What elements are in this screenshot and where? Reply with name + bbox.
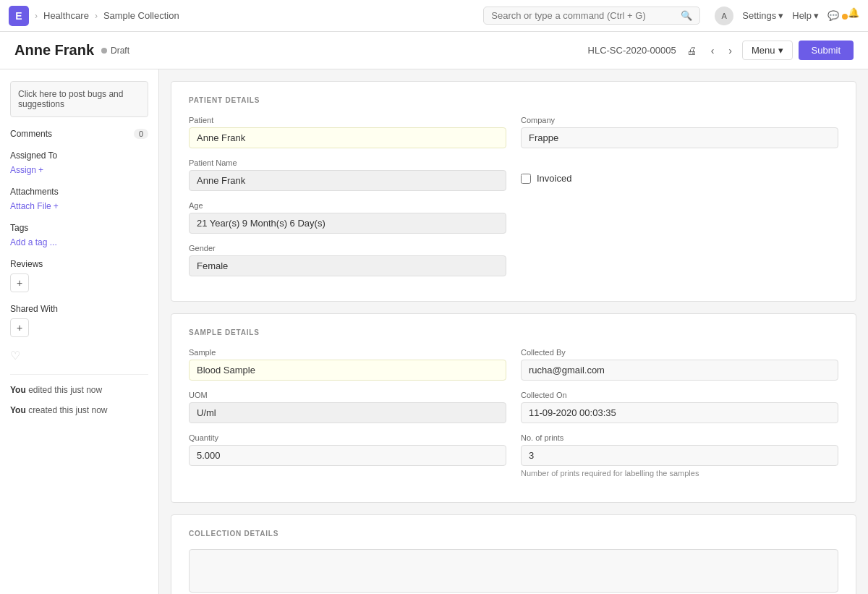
- patient-company-row: Patient Company: [189, 116, 838, 148]
- next-button[interactable]: ›: [724, 42, 736, 59]
- age-spacer: [521, 201, 838, 234]
- search-icon: 🔍: [681, 10, 692, 21]
- status-badge: Draft: [101, 46, 129, 56]
- collected-on-input[interactable]: [521, 402, 838, 423]
- heart-icon[interactable]: ♡: [10, 349, 148, 362]
- notification-dot: [842, 14, 848, 20]
- no-of-prints-input[interactable]: [521, 445, 838, 466]
- sample-collected-row: Sample Collected By: [189, 348, 838, 381]
- attach-file-button[interactable]: Attach File +: [10, 201, 148, 211]
- attachments-section: Attachments Attach File +: [10, 187, 148, 211]
- company-input[interactable]: [521, 127, 838, 148]
- doc-id: HLC-SC-2020-00005: [588, 45, 676, 56]
- app-icon: E: [9, 6, 29, 26]
- nav-actions: A Settings ▾ Help ▾ 💬 🔔: [715, 7, 859, 25]
- assign-button[interactable]: Assign +: [10, 165, 148, 175]
- breadcrumb-sample-collection[interactable]: Sample Collection: [103, 10, 179, 21]
- patient-name-input: [189, 170, 506, 191]
- tags-section: Tags Add a tag ...: [10, 223, 148, 247]
- collected-by-group: Collected By: [521, 348, 838, 381]
- no-of-prints-label: No. of prints: [521, 433, 838, 442]
- patient-label: Patient: [189, 116, 506, 124]
- page-title-area: Anne Frank Draft: [14, 42, 129, 59]
- add-tag-button[interactable]: Add a tag ...: [10, 237, 148, 247]
- comments-section: Comments 0: [10, 129, 148, 139]
- uom-label: UOM: [189, 391, 506, 399]
- assigned-to-section: Assigned To Assign +: [10, 150, 148, 175]
- add-share-button[interactable]: +: [10, 318, 29, 337]
- reviews-header: Reviews: [10, 259, 148, 269]
- uom-collected-on-row: UOM Collected On: [189, 391, 838, 423]
- shared-with-section: Shared With +: [10, 304, 148, 337]
- comments-count: 0: [134, 129, 148, 139]
- notification-button[interactable]: 🔔: [848, 7, 859, 18]
- print-button[interactable]: 🖨: [682, 42, 701, 59]
- invoiced-checkbox-group: Invoiced: [521, 158, 838, 184]
- activity-section: You edited this just now You created thi…: [10, 374, 148, 417]
- comments-label: Comments: [10, 129, 52, 139]
- collected-on-group: Collected On: [521, 391, 838, 423]
- age-group: Age: [189, 201, 506, 234]
- collected-by-input[interactable]: [521, 360, 838, 381]
- header-actions: HLC-SC-2020-00005 🖨 ‹ › Menu ▾ Submit: [588, 41, 854, 60]
- activity-item-edited: You edited this just now: [10, 383, 148, 396]
- tags-header: Tags: [10, 223, 148, 233]
- attachments-label: Attachments: [10, 187, 59, 197]
- activity-item-created: You created this just now: [10, 404, 148, 417]
- help-button[interactable]: Help ▾: [792, 10, 819, 21]
- submit-button[interactable]: Submit: [799, 41, 854, 60]
- activity-action-2: created this just now: [28, 405, 107, 415]
- reviews-section: Reviews +: [10, 259, 148, 292]
- age-row: Age: [189, 201, 838, 234]
- menu-button[interactable]: Menu ▾: [742, 41, 793, 60]
- quantity-prints-row: Quantity No. of prints Number of prints …: [189, 433, 838, 478]
- sample-input[interactable]: [189, 360, 506, 381]
- uom-input: [189, 402, 506, 423]
- plus-icon: +: [38, 165, 43, 175]
- invoiced-group: Invoiced: [521, 158, 838, 191]
- gender-row: Gender: [189, 244, 838, 276]
- breadcrumb-healthcare[interactable]: Healthcare: [43, 10, 89, 21]
- gender-group: Gender: [189, 244, 506, 276]
- assigned-to-header: Assigned To: [10, 150, 148, 161]
- chat-button[interactable]: 💬: [827, 10, 839, 21]
- add-review-button[interactable]: +: [10, 273, 29, 292]
- shared-with-header: Shared With: [10, 304, 148, 314]
- gender-label: Gender: [189, 244, 506, 253]
- chevron-down-icon: ▾: [814, 10, 819, 21]
- prev-button[interactable]: ‹: [707, 42, 719, 59]
- sidebar: Click here to post bugs and suggestions …: [0, 69, 159, 594]
- comments-header: Comments 0: [10, 129, 148, 139]
- sample-details-section: SAMPLE DETAILS Sample Collected By UOM C…: [171, 313, 856, 503]
- patient-input[interactable]: [189, 127, 506, 148]
- collection-details-section: Collection Details: [171, 514, 856, 594]
- invoiced-checkbox[interactable]: [521, 174, 531, 184]
- company-group: Company: [521, 116, 838, 148]
- nav-search-box[interactable]: 🔍: [483, 7, 700, 25]
- company-label: Company: [521, 116, 838, 124]
- avatar: A: [715, 7, 733, 25]
- collected-on-label: Collected On: [521, 391, 838, 399]
- age-input: [189, 213, 506, 234]
- bell-icon: 🔔: [848, 7, 859, 18]
- chevron-down-icon: ▾: [778, 45, 783, 56]
- uom-group: UOM: [189, 391, 506, 423]
- quantity-input[interactable]: [189, 445, 506, 466]
- no-of-prints-group: No. of prints Number of prints required …: [521, 433, 838, 478]
- sample-group: Sample: [189, 348, 506, 381]
- patient-name-invoiced-row: Patient Name Invoiced: [189, 158, 838, 191]
- collection-section-title: Collection Details: [189, 530, 838, 538]
- sample-section-title: SAMPLE DETAILS: [189, 328, 838, 336]
- settings-button[interactable]: Settings ▾: [742, 10, 783, 21]
- sample-label: Sample: [189, 348, 506, 357]
- search-input[interactable]: [491, 10, 676, 21]
- chat-icon: 💬: [827, 10, 839, 21]
- chevron-down-icon: ▾: [778, 10, 783, 21]
- age-label: Age: [189, 201, 506, 210]
- page-title: Anne Frank: [14, 42, 94, 59]
- tags-label: Tags: [10, 223, 28, 233]
- collection-details-input[interactable]: [189, 549, 838, 593]
- breadcrumb-sep-1: ›: [35, 11, 38, 21]
- assigned-to-label: Assigned To: [10, 150, 57, 161]
- bug-suggestions-box[interactable]: Click here to post bugs and suggestions: [10, 81, 148, 117]
